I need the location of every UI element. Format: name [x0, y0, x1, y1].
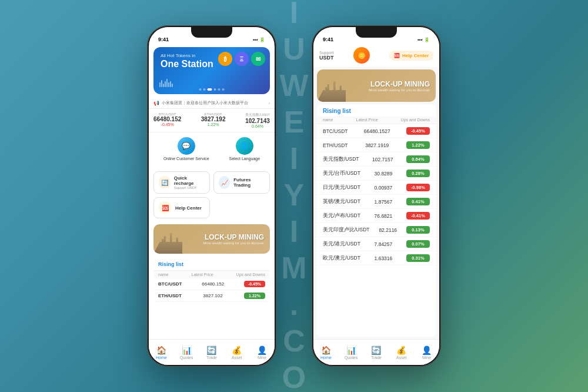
dot-3 — [208, 88, 212, 91]
asset-icon-right: 💰 — [396, 346, 406, 355]
speaker-icon: 📢 — [153, 101, 159, 106]
table-row-jpyusd[interactable]: 日元/美元/USDT 0.00937 -0.98% — [317, 181, 436, 195]
col-price-left: Latest Price — [192, 273, 213, 277]
customer-service-btn[interactable]: 💬 Online Customer Service — [163, 137, 209, 161]
support-top-label: Support — [319, 51, 334, 55]
price-eth: 3827.1919 — [365, 142, 389, 148]
coin-usdt: ✉ — [251, 52, 265, 66]
asset-label-right: Asset — [396, 356, 407, 360]
futures-trading-item[interactable]: 📈 Futures Trading — [213, 171, 270, 194]
th-updown-right: Ups and Downs — [401, 118, 430, 122]
table-row-gbpaud[interactable]: 英镑/澳元/USDT 1.87567 0.41% — [317, 195, 436, 209]
coin-btc: ₿ — [218, 52, 232, 66]
ticker-usd: 美元指数/USDT 102.7143 0.64% — [245, 112, 270, 128]
help-center-btn-right[interactable]: 🆘 Help Center — [389, 51, 433, 61]
quotes-label-left: Quotes — [180, 356, 193, 360]
ticker-usd-label: 美元指数/USDT — [245, 112, 270, 118]
trade-label-left: Trade — [206, 356, 217, 360]
select-language-btn[interactable]: 🌐 Select Language — [229, 137, 260, 161]
rising-row-eth-left[interactable]: ETH/USDT 3827.102 1.22% — [153, 290, 270, 302]
ticker-btc-change: -0.45% — [153, 122, 181, 127]
col-updown-left: Ups and Downs — [236, 273, 265, 277]
banner-left[interactable]: All Hot Tokens in One Station ₿ Ξ ✉ — [153, 47, 270, 94]
nav-home-right[interactable]: 🏠 Home — [313, 346, 339, 360]
banner-dots — [199, 88, 225, 91]
price-usdinr: 82.2116 — [379, 227, 397, 233]
status-time-right: 9:41 — [323, 36, 333, 42]
table-header-right: name Latest Price Ups and Downs — [317, 116, 436, 124]
status-icons-right: ▪▪▪ 🔋 — [417, 37, 430, 42]
price-btc: 66480.1527 — [364, 128, 390, 134]
quick-recharge-item[interactable]: 🔄 Quick recharge Support USDT — [153, 171, 210, 194]
phone-left-inner: 9:41 ▪▪▪ 🔋 All Hot Tokens in One Station — [149, 27, 275, 365]
lockup-sub-right: More wealth waiting for you to discover — [369, 88, 430, 92]
banner-coins: ₿ Ξ ✉ — [218, 52, 265, 66]
dot-6 — [222, 88, 225, 91]
table-row-usdrub[interactable]: 美元/卢布/USDT 76.6821 -0.41% — [317, 209, 436, 223]
futures-icon: 📈 — [219, 176, 230, 189]
support-left: Support USDT — [319, 51, 334, 61]
price-usdindex: 102.7157 — [372, 157, 393, 162]
lockup-banner-left[interactable]: LOCK-UP MINING More wealth waiting for y… — [153, 224, 270, 254]
asset-icon-left: 💰 — [232, 346, 242, 355]
pair-usdinr: 美元印度卢比/USDT — [323, 227, 370, 234]
nav-quotes-left[interactable]: 📊 Quotes — [174, 346, 199, 360]
badge-usdtwd: 0.28% — [406, 170, 430, 177]
table-row-euraud[interactable]: 欧元/澳元/USDT 1.63316 0.31% — [317, 251, 436, 265]
nav-mine-left[interactable]: 👤 Mine — [249, 346, 275, 360]
table-row-btc[interactable]: BTC/USDT 66480.1527 -0.45% — [317, 124, 436, 138]
rising-badge-eth-left: 1.22% — [244, 293, 265, 299]
table-row-usdtwd[interactable]: 美元/台币/USDT 30.8289 0.28% — [317, 167, 436, 181]
rising-price-eth-left: 3827.102 — [203, 293, 222, 298]
price-euraud: 1.63316 — [375, 255, 393, 261]
th-name-right: name — [323, 118, 333, 122]
ticker-eth-change: 1.22% — [201, 122, 226, 127]
lockup-title-left: LOCK-UP MINING — [203, 233, 264, 241]
pair-jpyusd: 日元/美元/USDT — [323, 184, 360, 191]
quick-actions-left: 💬 Online Customer Service 🌐 Select Langu… — [149, 132, 275, 165]
nav-asset-left[interactable]: 💰 Asset — [224, 346, 249, 360]
rising-list-left: Rising list name Latest Price Ups and Do… — [153, 258, 270, 302]
rising-list-title-left: Rising list — [153, 258, 270, 271]
lockup-banner-right[interactable]: LOCK-UP MINING More wealth waiting for y… — [317, 69, 436, 102]
mine-label-left: Mine — [258, 356, 266, 360]
quotes-label-right: Quotes — [345, 356, 358, 360]
lockup-text-right: LOCK-UP MINING More wealth waiting for y… — [369, 80, 430, 92]
trade-label-right: Trade — [371, 356, 382, 360]
quotes-icon-left: 📊 — [182, 346, 192, 355]
nav-home-left[interactable]: 🏠 Home — [149, 346, 174, 360]
badge-jpyusd: -0.98% — [406, 184, 430, 191]
customer-service-label: Online Customer Service — [163, 157, 209, 161]
table-row-eth[interactable]: ETH/USDT 3827.1919 1.22% — [317, 138, 436, 152]
home-label-left: Home — [156, 356, 167, 360]
table-row-usdhkd[interactable]: 美元/港元/USDT 7.84257 0.07% — [317, 237, 436, 251]
bottom-nav-left: 🏠 Home 📊 Quotes 🔄 Trade 💰 Asset 👤 — [149, 339, 275, 365]
nav-quotes-right[interactable]: 📊 Quotes — [339, 346, 364, 360]
nav-trade-right[interactable]: 🔄 Trade — [364, 346, 389, 360]
quotes-icon-right: 📊 — [346, 346, 356, 355]
nav-mine-right[interactable]: 👤 Mine — [414, 346, 439, 360]
home-label-right: Home — [320, 356, 332, 360]
phones-wrapper: 9:41 ▪▪▪ 🔋 All Hot Tokens in One Station — [147, 25, 441, 367]
notification-arrow: › — [269, 101, 270, 105]
mine-icon-right: 👤 — [422, 346, 432, 355]
help-center-item[interactable]: 🆘 Help Center — [153, 197, 210, 218]
badge-btc: -0.45% — [406, 127, 430, 135]
select-language-icon: 🌐 — [236, 137, 253, 155]
lockup-city-right — [317, 72, 358, 102]
rising-row-btc-left[interactable]: BTC/USDT 66480.152 -0.45% — [153, 278, 270, 290]
rising-list-header-left: name Latest Price Ups and Downs — [153, 271, 270, 278]
nav-trade-left[interactable]: 🔄 Trade — [199, 346, 225, 360]
lockup-text-left: LOCK-UP MINING More wealth waiting for y… — [203, 233, 264, 245]
pair-gbpaud: 英镑/澳元/USDT — [323, 198, 360, 205]
pair-usdindex: 美元指数/USDT — [323, 156, 359, 163]
bottom-nav-right: 🏠 Home 📊 Quotes 🔄 Trade 💰 Asset 👤 — [313, 339, 439, 365]
trade-icon-right: 🔄 — [371, 346, 381, 355]
customer-service-icon: 💬 — [178, 137, 195, 155]
table-row-usdindex[interactable]: 美元指数/USDT 102.7157 0.64% — [317, 152, 436, 167]
help-center-label: Help Center — [175, 205, 202, 211]
lockup-city-left — [153, 224, 195, 254]
nav-asset-right[interactable]: 💰 Asset — [389, 346, 414, 360]
rising-badge-btc-left: -0.45% — [244, 281, 265, 287]
table-row-usdinr[interactable]: 美元印度卢比/USDT 82.2116 0.13% — [317, 223, 436, 237]
